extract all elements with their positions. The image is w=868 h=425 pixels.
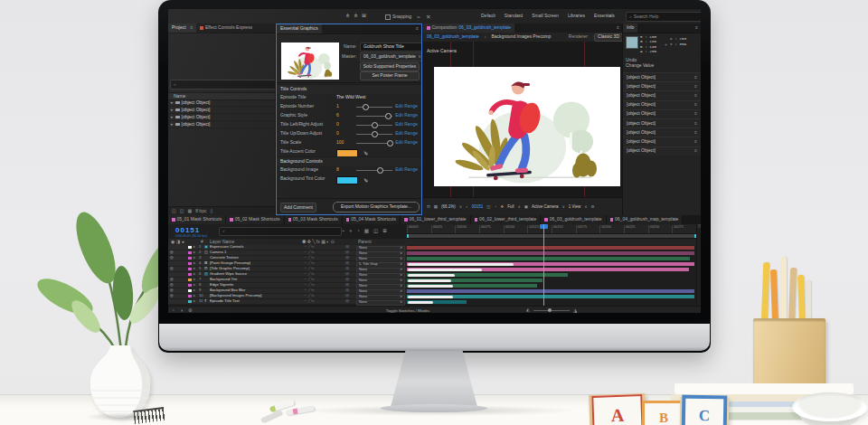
timeline-search-input[interactable]: ⌕	[219, 227, 342, 236]
label-color-swatch[interactable]	[188, 289, 192, 293]
layer-duration-bar[interactable]	[407, 289, 694, 293]
comp-tab[interactable]: 06_01_lower_third_template	[401, 215, 471, 224]
collapsed-panel-header[interactable]: [object Object] ≡	[623, 90, 701, 99]
parameter-slider[interactable]	[356, 120, 392, 129]
trash-icon[interactable]: ▯	[210, 209, 212, 214]
exposure-icon[interactable]: ◔	[494, 204, 496, 209]
resolution-dropdown[interactable]: Full	[507, 204, 514, 209]
comp-tab[interactable]: 05_03 Mask Shortcuts	[285, 215, 343, 224]
motion-blur-icon[interactable]: ◫	[373, 228, 378, 233]
parent-column[interactable]: Parent	[358, 240, 372, 245]
zoom-in-mountain-icon[interactable]: ◮	[573, 307, 577, 313]
parameter-value[interactable]: 0	[336, 131, 339, 137]
collapsed-panel-header[interactable]: [object Object] ≡	[623, 109, 701, 118]
channels-icon[interactable]: ❖	[500, 204, 504, 209]
export-motion-graphics-template-button[interactable]: Export Motion Graphics Template...	[333, 202, 420, 212]
layer-duration-bar[interactable]	[407, 279, 542, 282]
layer-name[interactable]: Episode Title Text	[210, 299, 240, 304]
align-icon[interactable]: ⊠	[362, 13, 366, 19]
panel-menu-icon[interactable]: ≡	[191, 25, 193, 31]
parameter-value[interactable]: 0	[336, 122, 339, 128]
comp-canvas[interactable]	[434, 67, 620, 186]
comp-tab[interactable]: 05_02 Mask Shortcuts	[226, 215, 284, 224]
zoom-out-mountain-icon[interactable]: ◭	[526, 307, 530, 313]
workspace-overflow-icon[interactable]: »	[609, 14, 611, 19]
expand-layer-switches-icon[interactable]: ◔	[172, 308, 175, 314]
panel-menu-icon[interactable]: ≡	[416, 26, 419, 32]
eg-name-input[interactable]: Goldrush Show Title	[360, 42, 422, 52]
label-color-swatch[interactable]	[188, 246, 192, 250]
set-poster-frame-button[interactable]: Set Poster Frame	[360, 71, 420, 80]
search-help-input[interactable]: ⌕ Search Help	[626, 12, 701, 22]
label-color-swatch[interactable]	[188, 300, 192, 304]
disclosure-icon[interactable]: ▸	[171, 100, 174, 106]
always-preview-icon[interactable]: ⊡	[427, 204, 430, 209]
shy-icon[interactable]: ⌁	[417, 14, 420, 20]
label-color-swatch[interactable]	[188, 257, 192, 260]
comp-tab[interactable]: 06_02_lower_third_template	[471, 215, 542, 224]
eg-master-dropdown[interactable]: 06_03_goldrush_template∨	[360, 52, 422, 61]
workspace-tab[interactable]: Small Screen	[532, 14, 559, 19]
parameter-value[interactable]: 8	[336, 167, 339, 173]
layer-duration-bar[interactable]	[407, 251, 694, 255]
panel-menu-icon[interactable]: ≡	[617, 25, 619, 31]
work-area-bar[interactable]	[407, 234, 696, 238]
expand-inout-icon[interactable]: ⚙	[188, 308, 192, 314]
comp-tab[interactable]: 06_04_goldrush_map_template	[607, 215, 684, 224]
disclosure-icon[interactable]: ▸	[171, 108, 174, 113]
view-layout-dropdown[interactable]: 1 View	[569, 204, 580, 209]
roi-icon[interactable]: ▣	[524, 204, 528, 209]
parent-dropdown[interactable]: None∨	[356, 300, 405, 306]
draft3d-icon[interactable]: ⌖	[349, 228, 352, 233]
edit-range-link[interactable]: Edit Range	[395, 131, 418, 137]
parameter-text-value[interactable]: The Wild West	[336, 95, 365, 100]
layer-duration-bar[interactable]	[407, 246, 694, 250]
comp-tab[interactable]: 05_01 Mask Shortcuts	[168, 215, 226, 224]
viewer-timecode[interactable]: 00151	[472, 204, 484, 209]
layer-duration-bar[interactable]	[407, 284, 537, 288]
tab-info[interactable]: Info	[623, 24, 637, 33]
label-color-swatch[interactable]	[188, 279, 192, 282]
collapsed-panel-header[interactable]: [object Object] ≡	[623, 137, 701, 146]
slider-knob[interactable]	[377, 167, 383, 174]
parameter-slider[interactable]	[356, 102, 392, 111]
parameter-value[interactable]: 6	[336, 113, 339, 118]
work-area-start-handle[interactable]	[407, 234, 409, 238]
mask-visibility-icon[interactable]: ⌖	[466, 204, 468, 209]
workspace-tab[interactable]: Default	[481, 14, 495, 19]
comp-tab[interactable]: 05_04 Mask Shortcuts	[343, 215, 401, 224]
eyedropper-icon[interactable]: ✎	[363, 176, 368, 183]
layer-row[interactable]: ▸ 11 T Episode Title Text ∸ ╱ fx @ None∨	[168, 299, 407, 305]
comp-tab[interactable]: 06_03_goldrush_template	[541, 215, 606, 224]
parent-pickwhip-icon[interactable]: @	[345, 299, 349, 304]
slider-knob[interactable]	[372, 122, 378, 128]
workspace-tab[interactable]: Standard	[505, 14, 523, 19]
grid-options-icon[interactable]: ▦	[434, 204, 438, 209]
slider-knob[interactable]	[385, 113, 392, 119]
align-icon[interactable]: ⋔	[345, 13, 350, 19]
collapsed-panel-header[interactable]: [object Object] ≡	[623, 81, 701, 90]
slider-knob[interactable]	[372, 131, 378, 137]
disclosure-icon[interactable]: ▸	[171, 122, 174, 128]
label-color-swatch[interactable]	[188, 284, 192, 288]
tab-project[interactable]: Project≡	[168, 24, 196, 33]
comp-viewer[interactable]: Active Camera	[423, 42, 622, 197]
bit-depth-button[interactable]: 8 bpc	[195, 209, 206, 214]
layer-switches[interactable]: ∸ ╱ fx	[304, 299, 315, 304]
project-folder-row[interactable]: ▸ [object Object]	[168, 114, 275, 121]
project-folder-row[interactable]: ▸ [object Object]	[168, 99, 275, 107]
tab-effect-controls[interactable]: Effect Controls Expression Co	[205, 25, 252, 31]
project-search-input[interactable]: ⌕	[170, 80, 275, 90]
edit-range-link[interactable]: Edit Range	[395, 167, 418, 173]
playhead-line[interactable]	[543, 224, 544, 306]
parameter-slider[interactable]	[356, 165, 392, 175]
parameter-value[interactable]: 100	[336, 140, 344, 146]
twirl-icon[interactable]: ▸	[193, 299, 195, 304]
thumbnail-view-icon[interactable]: ◫	[172, 209, 176, 214]
toggle-switches-modes-button[interactable]: Toggle Switches / Modes	[349, 308, 467, 313]
workspace-tab[interactable]: Libraries	[568, 14, 585, 19]
project-folder-row[interactable]: ▸ [object Object]	[168, 121, 275, 128]
label-color-swatch[interactable]	[188, 268, 192, 271]
eye-icon[interactable]: ◎	[170, 267, 174, 271]
tab-essential-graphics[interactable]: Essential Graphics	[277, 24, 322, 33]
